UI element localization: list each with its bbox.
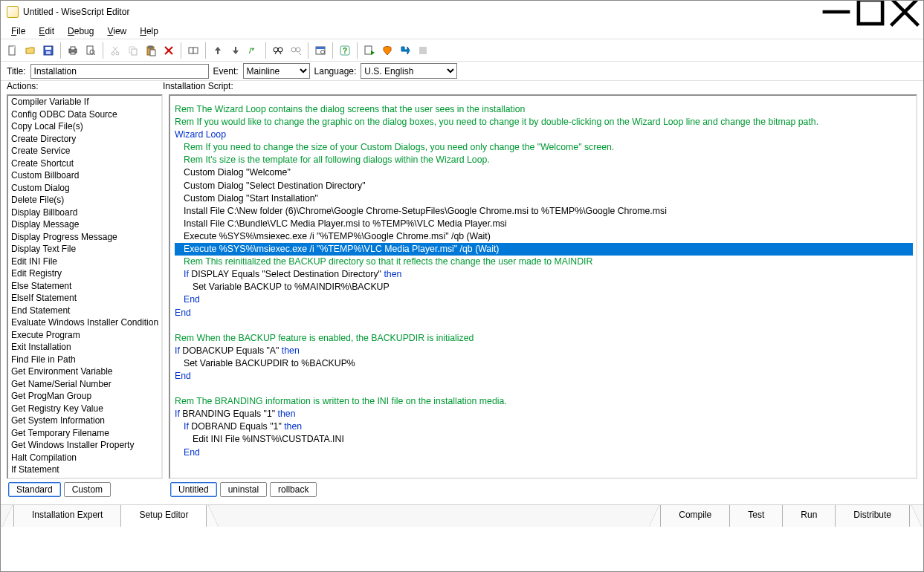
script-line[interactable]: Rem If you would like to change the grap… — [175, 116, 913, 129]
action-item[interactable]: Display Text File — [8, 243, 161, 256]
close-button[interactable] — [888, 1, 922, 23]
script-line[interactable]: Execute %SYS%\msiexec.exe /i "%TEMP%\VLC… — [175, 243, 913, 256]
action-item[interactable]: Get Registry Key Value — [8, 403, 161, 415]
script-line[interactable]: If DOBRAND Equals "1" then — [175, 420, 913, 433]
script-line[interactable] — [175, 319, 913, 332]
debug-step-icon[interactable] — [396, 42, 414, 59]
action-item[interactable]: Delete File(s) — [8, 194, 161, 207]
script-line[interactable]: Install File C:\New folder (6)\Chrome\Go… — [175, 205, 913, 218]
action-item[interactable]: Get Environment Variable — [8, 365, 161, 378]
script-line[interactable]: End — [175, 446, 913, 459]
action-item[interactable]: Custom Dialog — [8, 182, 161, 195]
script-line[interactable]: Rem The BRANDING information is written … — [175, 395, 913, 408]
script-line[interactable]: End — [175, 370, 913, 383]
comment-icon[interactable]: /* — [245, 42, 262, 59]
copy-icon[interactable] — [124, 42, 142, 59]
action-item[interactable]: If Statement — [8, 464, 161, 476]
actions-list[interactable]: Compiler Variable IfConfig ODBC Data Sou… — [7, 94, 163, 479]
action-item[interactable]: Evaluate Windows Installer Condition — [8, 316, 161, 329]
menu-debug[interactable]: Debug — [62, 25, 100, 38]
action-item[interactable]: Get Windows Installer Property — [8, 439, 161, 452]
tab-uninstal[interactable]: uninstal — [220, 482, 267, 497]
script-line[interactable]: Rem This reinitialized the BACKUP direct… — [175, 256, 913, 268]
script-line[interactable]: End — [175, 293, 913, 306]
script-line[interactable]: Rem If you need to change the size of yo… — [175, 141, 913, 154]
menu-view[interactable]: View — [101, 25, 132, 38]
action-item[interactable]: Display Billboard — [8, 207, 161, 219]
move-up-icon[interactable] — [209, 42, 227, 59]
action-item[interactable]: Edit INI File — [8, 256, 161, 268]
action-item[interactable]: Custom Billboard — [8, 169, 161, 182]
menu-edit[interactable]: Edit — [33, 25, 60, 38]
event-select[interactable]: Mainline — [243, 63, 310, 79]
find-next-icon[interactable] — [287, 42, 305, 59]
tab-rollback[interactable]: rollback — [270, 482, 317, 497]
title-input[interactable] — [30, 64, 209, 79]
script-line[interactable]: Edit INI File %INST%\CUSTDATA.INI — [175, 433, 913, 446]
language-select[interactable]: U.S. English — [361, 63, 457, 79]
debug-pause-icon[interactable] — [378, 42, 396, 59]
action-item[interactable]: Get System Information — [8, 415, 161, 427]
open-icon[interactable] — [22, 42, 39, 59]
script-line[interactable]: Custom Dialog "Welcome" — [175, 166, 913, 179]
script-line[interactable]: If DISPLAY Equals "Select Destination Di… — [175, 268, 913, 281]
action-item[interactable]: End Statement — [8, 305, 161, 317]
new-icon[interactable] — [4, 42, 22, 59]
action-item[interactable]: Include Script — [8, 476, 161, 480]
script-line[interactable]: Set Variable BACKUP to %MAINDIR%\BACKUP — [175, 281, 913, 293]
script-line[interactable]: If DOBACKUP Equals "A" then — [175, 345, 913, 357]
tab-untitled[interactable]: Untitled — [170, 482, 217, 497]
action-item[interactable]: Display Progress Message — [8, 231, 161, 244]
script-line[interactable]: Custom Dialog "Start Installation" — [175, 192, 913, 205]
properties-icon[interactable] — [311, 42, 329, 59]
script-line[interactable]: Rem When the BACKUP feature is enabled, … — [175, 332, 913, 345]
action-item[interactable]: Compiler Variable If — [8, 96, 161, 108]
move-down-icon[interactable] — [227, 42, 245, 59]
action-item[interactable]: Copy Local File(s) — [8, 120, 161, 133]
action-item[interactable]: Display Message — [8, 218, 161, 231]
debug-stop-icon[interactable] — [414, 42, 432, 59]
action-item[interactable]: Execute Program — [8, 329, 161, 342]
action-item[interactable]: Find File in Path — [8, 354, 161, 366]
help-icon[interactable]: ? — [336, 42, 354, 59]
script-line[interactable]: Wizard Loop — [175, 129, 913, 141]
maximize-button[interactable] — [853, 1, 888, 23]
action-item[interactable]: Create Shortcut — [8, 157, 161, 170]
footer-test[interactable]: Test — [729, 505, 783, 527]
minimize-button[interactable] — [819, 1, 853, 23]
save-icon[interactable] — [39, 42, 57, 59]
footer-run[interactable]: Run — [782, 505, 836, 527]
action-item[interactable]: Create Service — [8, 145, 161, 157]
paste-icon[interactable] — [142, 42, 160, 59]
footer-compile[interactable]: Compile — [660, 505, 730, 527]
script-line[interactable] — [175, 383, 913, 395]
action-item[interactable]: Else Statement — [8, 280, 161, 293]
debug-start-icon[interactable] — [361, 42, 378, 59]
script-area[interactable]: Rem The Wizard Loop contains the dialog … — [169, 94, 917, 479]
action-item[interactable]: ElseIf Statement — [8, 292, 161, 305]
print-preview-icon[interactable] — [82, 42, 100, 59]
action-item[interactable]: Halt Compilation — [8, 452, 161, 464]
action-item[interactable]: Get Temporary Filename — [8, 427, 161, 440]
script-line[interactable]: Install File C:\Bundle\VLC Media Player.… — [175, 218, 913, 230]
action-item[interactable]: Exit Installation — [8, 341, 161, 354]
delete-icon[interactable] — [160, 42, 178, 59]
script-line[interactable]: Custom Dialog "Select Destination Direct… — [175, 180, 913, 192]
duplicate-icon[interactable] — [184, 42, 202, 59]
find-icon[interactable] — [269, 42, 287, 59]
footer-installation-expert[interactable]: Installation Expert — [13, 505, 121, 527]
menu-file[interactable]: File — [5, 25, 31, 38]
action-item[interactable]: Get Name/Serial Number — [8, 378, 161, 391]
menu-help[interactable]: Help — [134, 25, 164, 38]
footer-distribute[interactable]: Distribute — [835, 505, 910, 527]
print-icon[interactable] — [64, 42, 82, 59]
script-line[interactable]: Set Variable BACKUPDIR to %BACKUP% — [175, 357, 913, 370]
script-line[interactable]: End — [175, 307, 913, 319]
action-item[interactable]: Create Directory — [8, 133, 161, 146]
script-line[interactable]: Execute %SYS%\msiexec.exe /i "%TEMP%\Goo… — [175, 230, 913, 243]
footer-setup-editor[interactable]: Setup Editor — [120, 505, 207, 527]
tab-standard[interactable]: Standard — [8, 482, 61, 497]
action-item[interactable]: Config ODBC Data Source — [8, 108, 161, 121]
script-line[interactable]: Rem It's size is the template for all fo… — [175, 154, 913, 166]
action-item[interactable]: Get ProgMan Group — [8, 390, 161, 403]
